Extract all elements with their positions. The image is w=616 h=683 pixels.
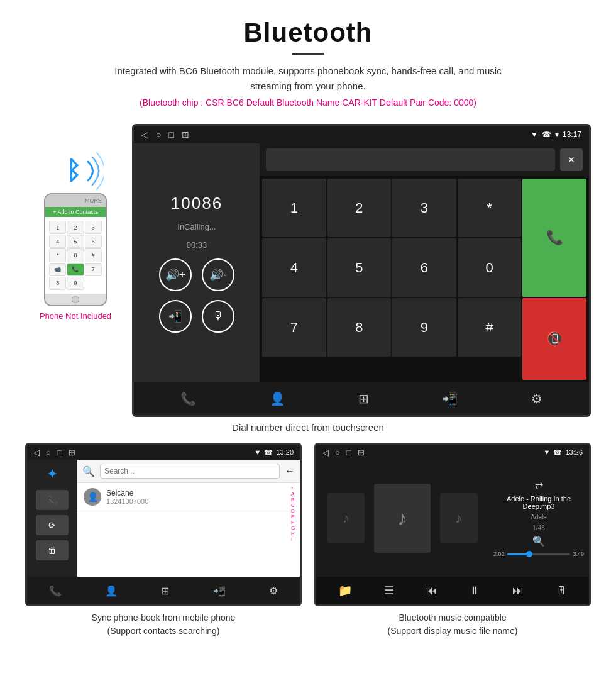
key-8[interactable]: 8 — [327, 298, 392, 357]
dialer-right-panel: ✕ 1 2 3 * 📞 4 5 6 0 7 8 9 # 📵 — [260, 143, 589, 382]
music-time-current: 2:02 — [493, 551, 505, 557]
page-title: Bluetooth — [13, 18, 603, 48]
status-left: ◁ ○ □ ⊞ — [141, 130, 189, 140]
music-caption: Bluetooth music compatible (Support disp… — [314, 611, 591, 638]
location-icon: ▼ — [531, 130, 538, 139]
pb-search-input[interactable] — [100, 464, 280, 479]
ms-recents-icon: □ — [346, 448, 351, 457]
key-3[interactable]: 3 — [392, 179, 456, 237]
phone-key-2: 2 — [67, 221, 84, 234]
mute-button[interactable]: 🎙 — [202, 300, 234, 333]
key-call-green[interactable]: 📞 — [522, 179, 586, 297]
key-call-red[interactable]: 📵 — [522, 298, 586, 380]
wifi-icon: ▾ — [555, 130, 559, 139]
music-progress-bar[interactable] — [507, 553, 571, 555]
music-folder-icon[interactable]: 📁 — [338, 584, 352, 597]
key-2[interactable]: 2 — [327, 179, 392, 237]
bottom-dialpad-icon[interactable]: ⊞ — [358, 391, 369, 406]
transfer-button[interactable]: 📲 — [159, 300, 192, 333]
phone-key-3: 3 — [85, 221, 102, 234]
calling-status: InCalling... — [177, 222, 216, 231]
search-icon: 🔍 — [82, 465, 95, 477]
main-caption: Dial number direct from touchscreen — [0, 422, 616, 433]
phone-number-display: 10086 — [171, 194, 223, 213]
backspace-button[interactable]: ✕ — [560, 148, 583, 171]
pb-call-btn[interactable]: 📞 — [36, 490, 69, 510]
back-icon: ◁ — [141, 130, 148, 140]
music-search-icon[interactable]: 🔍 — [532, 535, 545, 547]
pb-recents-icon: □ — [57, 448, 62, 457]
page-specs: (Bluetooth chip : CSR BC6 Default Blueto… — [13, 97, 603, 108]
phonebook-status-bar: ◁ ○ □ ⊞ ▼ ☎ 13:20 — [27, 445, 300, 460]
call-icon: ☎ — [542, 130, 551, 139]
phone-key-8: 0 — [67, 248, 84, 262]
ms-home-icon: ○ — [335, 448, 340, 457]
contact-avatar: 👤 — [84, 488, 101, 506]
ms-loc-icon: ▼ — [544, 448, 551, 456]
key-9[interactable]: 9 — [392, 298, 456, 357]
pb-sync-btn[interactable]: ⟳ — [36, 515, 69, 535]
pb-back-arrow: ← — [285, 465, 295, 477]
dialer-input-box[interactable] — [266, 148, 555, 171]
phone-bottom-bar — [45, 294, 106, 305]
music-next-icon[interactable]: ⏭ — [512, 584, 524, 597]
phone-key-9b: 9 — [67, 277, 84, 290]
pb-bottom-grid[interactable]: ⊞ — [161, 585, 169, 597]
phone-key-4: 4 — [49, 235, 66, 248]
key-hash[interactable]: # — [458, 298, 522, 357]
key-7[interactable]: 7 — [262, 298, 326, 357]
page-header: Bluetooth Integrated with BC6 Bluetooth … — [0, 0, 616, 124]
key-6[interactable]: 6 — [392, 238, 456, 297]
pb-call-icon: ☎ — [264, 448, 273, 457]
phone-top-bar: MORE — [45, 194, 106, 207]
pb-search-bar: 🔍 ← — [77, 460, 300, 483]
android-screen: ◁ ○ □ ⊞ ▼ ☎ ▾ 13:17 10086 InCalling... 0… — [132, 124, 591, 417]
bluetooth-signal-icon: ᛒ — [53, 149, 97, 187]
phone-key-1: 1 — [49, 221, 66, 234]
add-contacts-bar: + Add to Contacts — [45, 207, 106, 217]
phone-key-cam: 📹 — [49, 263, 66, 276]
call-timer: 00:33 — [187, 240, 207, 250]
key-5[interactable]: 5 — [327, 238, 392, 297]
phone-key-7: * — [49, 248, 66, 262]
volume-up-button[interactable]: 🔊+ — [159, 258, 192, 291]
svg-text:ᛒ: ᛒ — [66, 157, 81, 184]
phone-key-call: 📞 — [67, 263, 84, 276]
key-zero[interactable]: 0 — [458, 238, 522, 297]
key-4[interactable]: 4 — [262, 238, 326, 297]
bottom-calls-icon[interactable]: 📞 — [180, 391, 196, 406]
phone-illustration: ᛒ MORE + Add to Contacts 1 2 3 4 5 6 * 0… — [25, 124, 126, 321]
pb-delete-btn[interactable]: 🗑 — [36, 540, 69, 560]
key-star[interactable]: * — [458, 179, 522, 237]
phone-not-included-label: Phone Not Included — [40, 311, 111, 321]
home-icon: ○ — [156, 130, 161, 140]
pb-bottom-transfer[interactable]: 📲 — [213, 585, 226, 597]
bottom-contacts-icon[interactable]: 👤 — [270, 391, 285, 406]
phone-key-6: 6 — [85, 235, 102, 248]
android-status-bar: ◁ ○ □ ⊞ ▼ ☎ ▾ 13:17 — [134, 126, 589, 143]
pb-alphabet: *ABCDEFGHI — [291, 483, 300, 577]
pb-caption-line1: Sync phone-book from mobile phone — [92, 613, 236, 623]
phone-screen: 1 2 3 4 5 6 * 0 # 📹 📞 7 8 9 — [45, 217, 106, 294]
pb-caption-line2: (Support contacts searching) — [107, 626, 220, 636]
contact-number: 13241007000 — [106, 497, 148, 505]
pb-bottom-calls[interactable]: 📞 — [49, 585, 62, 597]
music-artist: Adele — [531, 514, 547, 521]
pb-bottom-contacts[interactable]: 👤 — [105, 585, 118, 597]
music-play-icon[interactable]: ⏸ — [469, 584, 480, 597]
music-list-icon[interactable]: ☰ — [384, 584, 394, 597]
ms-grid-icon: ⊞ — [358, 448, 365, 457]
bottom-transfer-icon[interactable]: 📲 — [442, 391, 458, 406]
music-eq-icon[interactable]: 🎚 — [556, 584, 567, 597]
album-art-area: ♪ ♪ ♪ — [316, 460, 488, 577]
key-1[interactable]: 1 — [262, 179, 326, 237]
music-prev-icon[interactable]: ⏮ — [426, 584, 437, 597]
main-section: ᛒ MORE + Add to Contacts 1 2 3 4 5 6 * 0… — [0, 124, 616, 417]
android-bottom-bar: 📞 👤 ⊞ 📲 ⚙ — [134, 382, 589, 415]
grid-icon: ⊞ — [182, 130, 189, 140]
volume-down-button[interactable]: 🔊- — [202, 258, 234, 291]
bottom-settings-icon[interactable]: ⚙ — [531, 391, 542, 406]
dialer-input-row: ✕ — [260, 143, 589, 176]
pb-bottom-settings[interactable]: ⚙ — [269, 585, 278, 597]
phone-key-7b: 7 — [85, 263, 102, 276]
